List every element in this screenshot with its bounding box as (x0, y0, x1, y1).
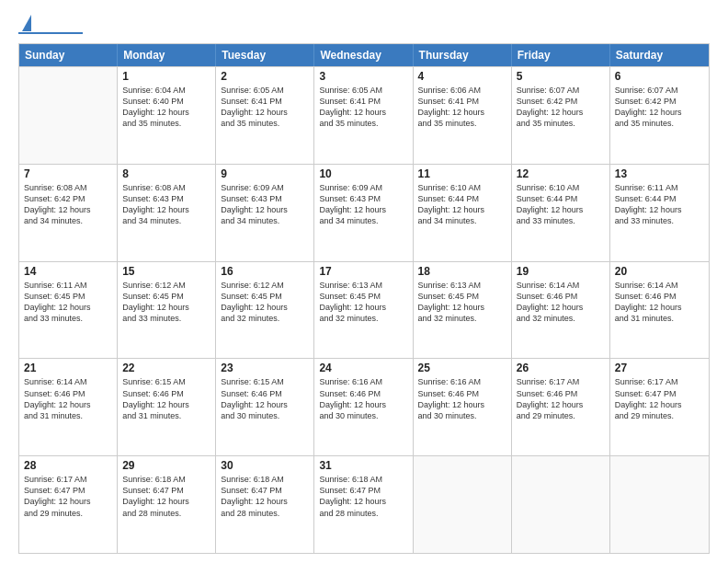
cell-day-number: 19 (517, 265, 605, 278)
calendar-cell: 9Sunrise: 6:09 AMSunset: 6:43 PMDaylight… (216, 165, 314, 261)
cell-info: Sunrise: 6:15 AMSunset: 6:46 PMDaylight:… (221, 376, 309, 421)
calendar: SundayMondayTuesdayWednesdayThursdayFrid… (18, 43, 710, 554)
calendar-cell: 22Sunrise: 6:15 AMSunset: 6:46 PMDayligh… (118, 359, 216, 455)
cell-info: Sunrise: 6:18 AMSunset: 6:47 PMDaylight:… (319, 474, 407, 519)
cell-info: Sunrise: 6:11 AMSunset: 6:45 PMDaylight:… (24, 280, 112, 325)
cell-info: Sunrise: 6:04 AMSunset: 6:40 PMDaylight:… (122, 85, 210, 130)
cell-day-number: 3 (319, 70, 407, 83)
calendar-cell: 29Sunrise: 6:18 AMSunset: 6:47 PMDayligh… (118, 456, 216, 553)
calendar-body: 1Sunrise: 6:04 AMSunset: 6:40 PMDaylight… (19, 66, 709, 553)
calendar-cell: 14Sunrise: 6:11 AMSunset: 6:45 PMDayligh… (19, 262, 118, 359)
cell-info: Sunrise: 6:14 AMSunset: 6:46 PMDaylight:… (615, 280, 704, 325)
calendar-cell: 7Sunrise: 6:08 AMSunset: 6:42 PMDaylight… (19, 165, 118, 261)
cell-day-number: 8 (122, 167, 210, 180)
cell-day-number: 21 (24, 362, 112, 374)
cell-info: Sunrise: 6:05 AMSunset: 6:41 PMDaylight:… (319, 85, 407, 130)
cell-day-number: 9 (221, 167, 309, 180)
cell-day-number: 28 (24, 459, 112, 472)
cell-day-number: 1 (122, 70, 210, 83)
calendar-cell (512, 456, 610, 553)
cell-info: Sunrise: 6:10 AMSunset: 6:44 PMDaylight:… (517, 182, 605, 227)
cell-day-number: 18 (418, 265, 506, 278)
calendar-cell: 31Sunrise: 6:18 AMSunset: 6:47 PMDayligh… (314, 456, 413, 553)
cell-info: Sunrise: 6:06 AMSunset: 6:41 PMDaylight:… (418, 85, 506, 130)
logo-underline (18, 32, 83, 34)
cell-day-number: 22 (122, 362, 210, 374)
cell-info: Sunrise: 6:09 AMSunset: 6:43 PMDaylight:… (221, 182, 309, 227)
calendar-cell: 21Sunrise: 6:14 AMSunset: 6:46 PMDayligh… (19, 359, 118, 455)
cell-day-number: 13 (615, 167, 704, 180)
calendar-row: 7Sunrise: 6:08 AMSunset: 6:42 PMDaylight… (19, 164, 709, 261)
cell-info: Sunrise: 6:10 AMSunset: 6:44 PMDaylight:… (418, 182, 506, 227)
cell-info: Sunrise: 6:12 AMSunset: 6:45 PMDaylight:… (122, 280, 210, 325)
calendar-cell: 5Sunrise: 6:07 AMSunset: 6:42 PMDaylight… (512, 67, 610, 164)
cell-day-number: 23 (221, 362, 309, 374)
calendar-cell: 24Sunrise: 6:16 AMSunset: 6:46 PMDayligh… (314, 359, 413, 455)
calendar-cell: 3Sunrise: 6:05 AMSunset: 6:41 PMDaylight… (314, 67, 413, 164)
calendar-cell: 27Sunrise: 6:17 AMSunset: 6:47 PMDayligh… (610, 359, 709, 455)
calendar-row: 21Sunrise: 6:14 AMSunset: 6:46 PMDayligh… (19, 358, 709, 455)
calendar-cell: 8Sunrise: 6:08 AMSunset: 6:43 PMDaylight… (118, 165, 216, 261)
calendar-header-row: SundayMondayTuesdayWednesdayThursdayFrid… (19, 44, 709, 66)
calendar-cell: 28Sunrise: 6:17 AMSunset: 6:47 PMDayligh… (19, 456, 118, 553)
calendar-cell: 12Sunrise: 6:10 AMSunset: 6:44 PMDayligh… (512, 165, 610, 261)
page: SundayMondayTuesdayWednesdayThursdayFrid… (0, 0, 728, 563)
calendar-header-cell: Monday (118, 44, 216, 66)
calendar-header-cell: Tuesday (216, 44, 314, 66)
calendar-header-cell: Wednesday (314, 44, 413, 66)
cell-day-number: 12 (517, 167, 605, 180)
cell-info: Sunrise: 6:07 AMSunset: 6:42 PMDaylight:… (615, 85, 704, 130)
cell-day-number: 16 (221, 265, 309, 278)
cell-info: Sunrise: 6:14 AMSunset: 6:46 PMDaylight:… (24, 376, 112, 421)
cell-info: Sunrise: 6:11 AMSunset: 6:44 PMDaylight:… (615, 182, 704, 227)
calendar-header-cell: Thursday (414, 44, 512, 66)
cell-day-number: 27 (615, 362, 704, 374)
calendar-cell: 11Sunrise: 6:10 AMSunset: 6:44 PMDayligh… (414, 165, 512, 261)
cell-day-number: 25 (418, 362, 506, 374)
logo-arrow-icon (22, 15, 31, 31)
calendar-cell: 1Sunrise: 6:04 AMSunset: 6:40 PMDaylight… (118, 67, 216, 164)
calendar-cell: 18Sunrise: 6:13 AMSunset: 6:45 PMDayligh… (414, 262, 512, 359)
cell-day-number: 20 (615, 265, 704, 278)
cell-day-number: 7 (24, 167, 112, 180)
logo (18, 17, 83, 34)
cell-info: Sunrise: 6:17 AMSunset: 6:47 PMDaylight:… (24, 474, 112, 519)
cell-info: Sunrise: 6:12 AMSunset: 6:45 PMDaylight:… (221, 280, 309, 325)
calendar-cell: 10Sunrise: 6:09 AMSunset: 6:43 PMDayligh… (314, 165, 413, 261)
cell-info: Sunrise: 6:13 AMSunset: 6:45 PMDaylight:… (418, 280, 506, 325)
cell-day-number: 24 (319, 362, 407, 374)
cell-info: Sunrise: 6:08 AMSunset: 6:43 PMDaylight:… (122, 182, 210, 227)
cell-info: Sunrise: 6:17 AMSunset: 6:46 PMDaylight:… (517, 376, 605, 421)
calendar-cell (19, 67, 118, 164)
calendar-header-cell: Sunday (19, 44, 118, 66)
calendar-header-cell: Saturday (610, 44, 709, 66)
cell-info: Sunrise: 6:09 AMSunset: 6:43 PMDaylight:… (319, 182, 407, 227)
cell-info: Sunrise: 6:07 AMSunset: 6:42 PMDaylight:… (517, 85, 605, 130)
cell-day-number: 17 (319, 265, 407, 278)
calendar-cell: 30Sunrise: 6:18 AMSunset: 6:47 PMDayligh… (216, 456, 314, 553)
cell-info: Sunrise: 6:18 AMSunset: 6:47 PMDaylight:… (122, 474, 210, 519)
cell-info: Sunrise: 6:17 AMSunset: 6:47 PMDaylight:… (615, 376, 704, 421)
cell-day-number: 31 (319, 459, 407, 472)
cell-info: Sunrise: 6:15 AMSunset: 6:46 PMDaylight:… (122, 376, 210, 421)
cell-info: Sunrise: 6:08 AMSunset: 6:42 PMDaylight:… (24, 182, 112, 227)
cell-info: Sunrise: 6:16 AMSunset: 6:46 PMDaylight:… (418, 376, 506, 421)
cell-day-number: 11 (418, 167, 506, 180)
cell-day-number: 30 (221, 459, 309, 472)
calendar-cell: 23Sunrise: 6:15 AMSunset: 6:46 PMDayligh… (216, 359, 314, 455)
calendar-cell: 19Sunrise: 6:14 AMSunset: 6:46 PMDayligh… (512, 262, 610, 359)
header (18, 17, 710, 34)
cell-day-number: 4 (418, 70, 506, 83)
calendar-cell (610, 456, 709, 553)
calendar-cell: 20Sunrise: 6:14 AMSunset: 6:46 PMDayligh… (610, 262, 709, 359)
cell-info: Sunrise: 6:14 AMSunset: 6:46 PMDaylight:… (517, 280, 605, 325)
calendar-row: 14Sunrise: 6:11 AMSunset: 6:45 PMDayligh… (19, 261, 709, 359)
calendar-cell: 17Sunrise: 6:13 AMSunset: 6:45 PMDayligh… (314, 262, 413, 359)
calendar-cell: 13Sunrise: 6:11 AMSunset: 6:44 PMDayligh… (610, 165, 709, 261)
cell-day-number: 14 (24, 265, 112, 278)
calendar-cell: 2Sunrise: 6:05 AMSunset: 6:41 PMDaylight… (216, 67, 314, 164)
cell-info: Sunrise: 6:16 AMSunset: 6:46 PMDaylight:… (319, 376, 407, 421)
calendar-cell: 6Sunrise: 6:07 AMSunset: 6:42 PMDaylight… (610, 67, 709, 164)
cell-day-number: 6 (615, 70, 704, 83)
cell-day-number: 2 (221, 70, 309, 83)
